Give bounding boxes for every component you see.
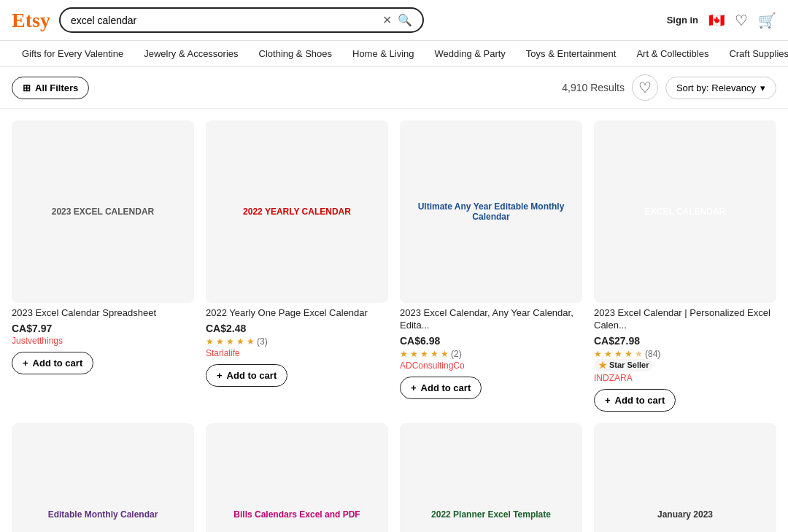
star-full-icon: ★ xyxy=(236,336,244,347)
clear-search-icon[interactable]: ✕ xyxy=(382,13,392,27)
product-price: CA$27.98 xyxy=(594,335,776,347)
product-card[interactable]: 2022 YEARLY CALENDAR 2022 Yearly One Pag… xyxy=(206,120,388,412)
product-image: EXCEL CALENDAR xyxy=(594,120,776,303)
product-seller: Starlalife xyxy=(206,348,388,358)
product-card[interactable]: January 2023 Colorful Excel Calendar 202… xyxy=(594,423,776,532)
star-full-icon: ★ xyxy=(441,349,449,359)
results-info: 4,910 Results ♡ Sort by: Relevancy ▾ xyxy=(562,74,776,101)
product-stars: ★★★★★(84) xyxy=(594,349,776,359)
plus-icon: + xyxy=(23,358,28,369)
plus-icon: + xyxy=(411,382,417,393)
star-full-icon: ★ xyxy=(614,349,622,359)
product-title: 2022 Yearly One Page Excel Calendar xyxy=(206,307,388,320)
star-half-icon: ★ xyxy=(635,349,643,359)
sort-label: Sort by: Relevancy xyxy=(676,82,756,93)
star-full-icon: ★ xyxy=(430,349,439,359)
product-price: CA$6.98 xyxy=(400,335,582,347)
nav-item-wedding[interactable]: Wedding & Party xyxy=(425,41,516,66)
add-to-cart-button[interactable]: +Add to cart xyxy=(594,389,676,412)
header: Etsy ✕ 🔍 Sign in 🇨🇦 ♡ 🛒 xyxy=(0,0,788,41)
chevron-down-icon: ▾ xyxy=(760,82,765,93)
cart-icon[interactable]: 🛒 xyxy=(758,12,776,29)
product-price: CA$2.48 xyxy=(206,323,388,334)
star-full-icon: ★ xyxy=(625,349,633,359)
star-full-icon: ★ xyxy=(400,349,408,359)
star-full-icon: ★ xyxy=(216,336,224,347)
product-card[interactable]: Ultimate Any Year Editable Monthly Calen… xyxy=(400,120,582,412)
product-stars: ★★★★★(3) xyxy=(206,336,388,347)
product-image: 2022 YEARLY CALENDAR xyxy=(206,120,388,303)
product-card[interactable]: 2022 Planner Excel Template 2023 Calenda… xyxy=(400,423,582,532)
nav-item-jewelry[interactable]: Jewelry & Accessories xyxy=(134,41,248,66)
review-count: (84) xyxy=(645,349,660,359)
product-image: January 2023 xyxy=(594,423,776,532)
review-count: (3) xyxy=(257,336,268,347)
plus-icon: + xyxy=(217,370,223,381)
country-flag[interactable]: 🇨🇦 xyxy=(708,12,725,28)
review-count: (2) xyxy=(451,349,462,359)
nav-item-home[interactable]: Home & Living xyxy=(342,41,425,66)
add-to-cart-button[interactable]: +Add to cart xyxy=(12,352,93,374)
star-full-icon: ★ xyxy=(247,336,255,347)
star-full-icon: ★ xyxy=(410,349,418,359)
etsy-logo[interactable]: Etsy xyxy=(12,9,50,32)
product-title: 2023 Excel Calendar, Any Year Calendar, … xyxy=(400,307,582,332)
add-to-cart-label: Add to cart xyxy=(421,382,471,393)
product-grid: 2023 EXCEL CALENDAR 2023 Excel Calendar … xyxy=(0,109,788,532)
product-seller: ADConsultingCo xyxy=(400,361,582,371)
all-filters-button[interactable]: ⊞ All Filters xyxy=(12,77,89,99)
favorites-toolbar-icon[interactable]: ♡ xyxy=(632,74,658,101)
product-stars: ★★★★★(2) xyxy=(400,349,582,359)
nav-item-clothing[interactable]: Clothing & Shoes xyxy=(249,41,342,66)
search-input[interactable] xyxy=(71,15,376,26)
product-image: Bills Calendars Excel and PDF xyxy=(206,423,388,532)
product-image: 2022 Planner Excel Template xyxy=(400,423,582,532)
nav-item-craft[interactable]: Craft Supplies xyxy=(719,41,788,66)
main-nav: Gifts for Every Valentine Jewelry & Acce… xyxy=(0,41,788,67)
star-full-icon: ★ xyxy=(594,349,602,359)
add-to-cart-label: Add to cart xyxy=(227,370,277,381)
star-full-icon: ★ xyxy=(226,336,234,347)
header-actions: Sign in 🇨🇦 ♡ 🛒 xyxy=(667,12,776,29)
star-seller-badge: ★ Star Seller xyxy=(594,359,653,371)
add-to-cart-button[interactable]: +Add to cart xyxy=(206,364,287,387)
nav-item-art[interactable]: Art & Collectibles xyxy=(626,41,719,66)
nav-item-toys[interactable]: Toys & Entertainment xyxy=(516,41,627,66)
product-image: Ultimate Any Year Editable Monthly Calen… xyxy=(400,120,582,303)
product-card[interactable]: EXCEL CALENDAR 2023 Excel Calendar | Per… xyxy=(594,120,776,412)
plus-icon: + xyxy=(605,395,611,406)
sign-in-link[interactable]: Sign in xyxy=(667,15,698,26)
star-full-icon: ★ xyxy=(604,349,612,359)
star-full-icon: ★ xyxy=(206,336,214,347)
add-to-cart-label: Add to cart xyxy=(615,395,665,406)
product-price: CA$7.97 xyxy=(12,323,194,334)
filter-icon: ⊞ xyxy=(23,82,31,93)
product-image: Editable Monthly Calendar xyxy=(12,423,194,532)
star-icon: ★ xyxy=(598,360,607,371)
product-card[interactable]: Editable Monthly Calendar Editable Month… xyxy=(12,423,194,532)
results-count: 4,910 Results xyxy=(562,82,625,93)
product-image: 2023 EXCEL CALENDAR xyxy=(12,120,194,303)
filter-label: All Filters xyxy=(35,82,78,93)
favorites-icon[interactable]: ♡ xyxy=(735,12,748,29)
product-title: 2023 Excel Calendar | Personalized Excel… xyxy=(594,307,776,332)
product-card[interactable]: Bills Calendars Excel and PDF Excel Cale… xyxy=(206,423,388,532)
product-seller: Justvetthings xyxy=(12,336,194,346)
nav-item-gifts-valentine[interactable]: Gifts for Every Valentine xyxy=(12,41,134,66)
add-to-cart-button[interactable]: +Add to cart xyxy=(400,377,482,399)
product-title: 2023 Excel Calendar Spreadsheet xyxy=(12,307,194,320)
add-to-cart-label: Add to cart xyxy=(33,358,83,369)
search-icon[interactable]: 🔍 xyxy=(398,13,412,27)
product-seller: INDZARA xyxy=(594,373,776,383)
search-bar: ✕ 🔍 xyxy=(59,7,424,33)
product-card[interactable]: 2023 EXCEL CALENDAR 2023 Excel Calendar … xyxy=(12,120,194,412)
star-full-icon: ★ xyxy=(420,349,428,359)
search-toolbar: ⊞ All Filters 4,910 Results ♡ Sort by: R… xyxy=(0,67,788,109)
sort-button[interactable]: Sort by: Relevancy ▾ xyxy=(665,77,776,99)
